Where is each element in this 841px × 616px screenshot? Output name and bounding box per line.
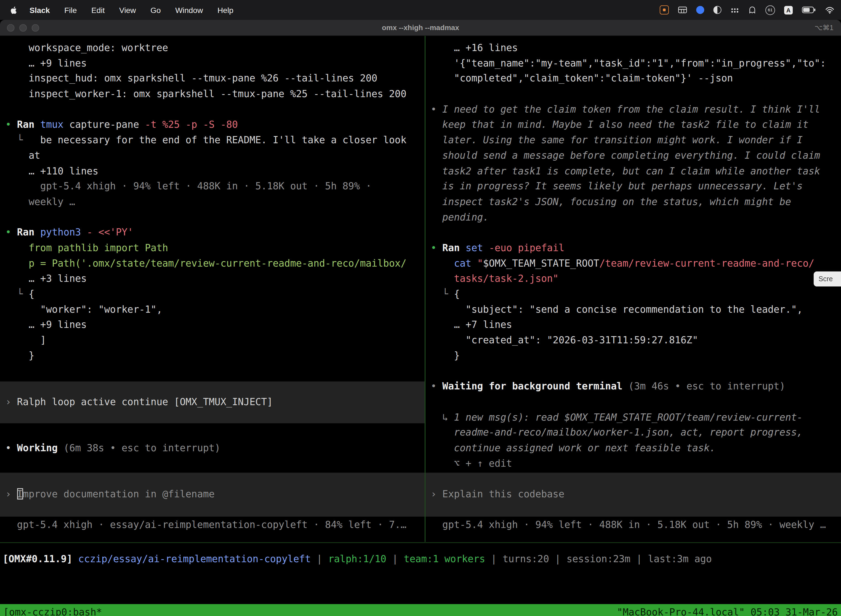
terminal-segment: later. Using the same for transition mig… [431, 134, 803, 145]
terminal-segment: Ran [442, 242, 466, 253]
terminal-row: ] [5, 333, 425, 348]
battery-icon[interactable] [802, 6, 816, 13]
terminal-segment: gpt-5.4 xhigh · 94% left · 488K in · 5.1… [5, 180, 371, 192]
apple-menu-icon[interactable] [11, 6, 18, 14]
terminal-segment: └ [431, 288, 454, 299]
terminal-segment: › [431, 488, 442, 500]
terminal-segment: ↳ [431, 411, 454, 422]
menu-app-name[interactable]: Slack [29, 6, 50, 14]
menu-item-go[interactable]: Go [150, 6, 161, 14]
blue-app-icon[interactable] [696, 6, 704, 14]
terminal-pane-right[interactable]: … +16 lines '{"team_name":"my-team","tas… [425, 36, 841, 542]
terminal-segment [431, 257, 454, 268]
terminal-row: '{"team_name":"my-team","task_id":"1","f… [431, 56, 841, 71]
terminal-segment: … +9 lines [5, 57, 86, 69]
terminal-segment: • [431, 380, 442, 392]
terminal-segment: last:3m ago [648, 553, 712, 565]
terminal-row [431, 225, 841, 241]
dark-circle-app-icon[interactable] [713, 6, 721, 14]
terminal-segment: task2 after task1 is complete, but can I… [431, 165, 820, 176]
menu-item-edit[interactable]: Edit [91, 6, 105, 14]
terminal-row: › Explain this codebase [431, 487, 841, 502]
terminal-row: "subject": "send a concise recommendatio… [431, 302, 841, 317]
terminal-row: weekly … [5, 194, 425, 210]
tmux-status-bar: [omx-cczip0:bash* "MacBook-Pro-44.local"… [0, 604, 841, 616]
terminal-segment: └ [5, 134, 40, 145]
terminal-pane-left[interactable]: workspace_mode: worktree … +9 lines insp… [0, 36, 425, 542]
terminal-segment: inspect_worker-1: omx sparkshell --tmux-… [5, 88, 406, 99]
screen-record-icon[interactable] [660, 5, 669, 14]
terminal-segment: continue assigned work or next feasible … [431, 442, 715, 453]
terminal-segment: { [29, 288, 35, 299]
terminal-row [5, 102, 425, 117]
terminal-segment: • [431, 104, 442, 115]
ghost-icon[interactable] [748, 6, 756, 14]
terminal-row [5, 471, 425, 487]
tmux-session-label: [omx-cczip0:bash* [3, 606, 102, 616]
terminal-row: … +7 lines [431, 317, 841, 333]
terminal-segment: Explain this codebase [442, 488, 564, 500]
terminal-row [5, 364, 425, 379]
grid-icon[interactable] [678, 6, 687, 14]
terminal-segment: • [5, 119, 17, 130]
terminal-row: should send a message before completing … [431, 148, 841, 163]
terminal-segment: } [5, 350, 34, 361]
terminal-segment: workspace_mode: worktree [5, 42, 168, 53]
terminal-row: from pathlib import Path [5, 241, 425, 256]
terminal-row: continue assigned work or next feasible … [431, 440, 841, 456]
terminal-row [431, 502, 841, 518]
badge-61-icon[interactable]: 61 [765, 5, 775, 15]
terminal-row: tasks/task-2.json" [431, 271, 841, 286]
menu-item-file[interactable]: File [64, 6, 77, 14]
terminal-row [431, 471, 841, 487]
terminal-segment: readme-and-reco/mailbox/worker-1.json, a… [431, 427, 803, 438]
minimize-button[interactable] [19, 24, 27, 31]
terminal-left-rows: workspace_mode: worktree … +9 lines insp… [0, 36, 425, 532]
terminal-segment: '{"team_name":"my-team","task_id":"1","f… [431, 57, 826, 69]
zoom-button[interactable] [32, 24, 39, 31]
terminal-row: "created_at": "2026-03-31T11:59:27.816Z" [431, 333, 841, 348]
terminal-row [5, 409, 425, 425]
terminal-row: p = Path('.omx/state/team/review-current… [5, 256, 425, 271]
terminal-segment: should send a message before completing … [431, 150, 820, 161]
terminal-row: ⌥ + ↑ edit [431, 456, 841, 471]
close-button[interactable] [7, 24, 14, 31]
terminal-row: • I need to get the claim token from the… [431, 102, 841, 117]
terminal-segment: I [17, 488, 23, 500]
terminal-row: … +110 lines [5, 163, 425, 179]
terminal-segment: { [454, 288, 460, 299]
terminal-segment: └ [5, 288, 28, 299]
terminal-segment: tmux [40, 119, 69, 130]
terminal-row [431, 364, 841, 379]
menu-item-view[interactable]: View [119, 6, 136, 14]
menu-item-help[interactable]: Help [217, 6, 233, 14]
terminal-segment: /team/review-current-readme-and-reco/ [599, 257, 814, 268]
terminal-segment: capture-pane [69, 119, 145, 130]
terminal-segment: … +7 lines [431, 319, 512, 330]
terminal-row: task2 after task1 is complete, but can I… [431, 163, 841, 179]
terminal-row: • Waiting for background terminal (3m 46… [431, 379, 841, 395]
terminal-segment: pending. [431, 211, 489, 223]
terminal-segment: | [386, 553, 404, 565]
terminal-segment: cat [454, 257, 477, 268]
terminal-row: } [5, 348, 425, 364]
menu-status-icons: 61 A [660, 5, 835, 15]
tmux-host-clock: "MacBook-Pro-44.local" 05:03 31-Mar-26 [617, 606, 838, 616]
terminal-row: cat "$OMX_TEAM_STATE_ROOT/team/review-cu… [431, 256, 841, 271]
screen-overlay: Scre [814, 271, 841, 286]
terminal-segment: Ran [17, 227, 40, 238]
terminal-segment: "worker": "worker-1", [5, 304, 162, 315]
omx-status-line: [OMX#0.11.9] cczip/essay/ai-reimplementa… [3, 551, 841, 567]
dots-grid-icon[interactable] [731, 7, 739, 13]
terminal-area: workspace_mode: worktree … +9 lines insp… [0, 36, 841, 543]
terminal-segment: at [5, 150, 40, 161]
terminal-segment: "created_at": "2026-03-31T11:59:27.816Z" [431, 334, 698, 346]
terminal-row: pending. [431, 210, 841, 225]
input-source-icon[interactable]: A [784, 6, 793, 14]
menu-item-window[interactable]: Window [175, 6, 203, 14]
terminal-row: … +9 lines [5, 317, 425, 333]
terminal-segment: p = Path('.omx/state/team/review-current… [5, 257, 406, 268]
terminal-segment: - <<'PY' [86, 227, 133, 238]
wifi-icon[interactable] [825, 6, 835, 13]
terminal-segment: cczip/essay/ai-reimplementation-copyleft [78, 553, 311, 565]
